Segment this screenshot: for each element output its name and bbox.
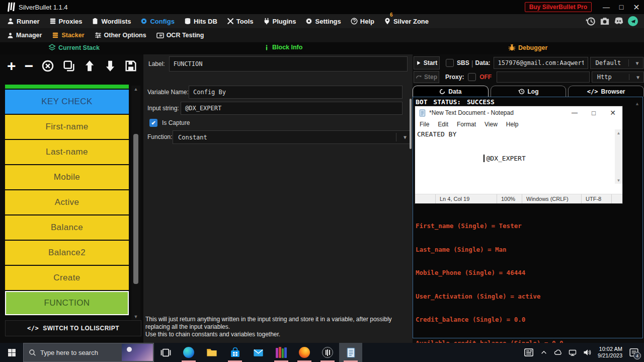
scrollbar-thumb[interactable] [133,134,138,284]
stack-item-first-name[interactable]: First-name [5,115,129,139]
notepad-text-area[interactable]: CREATED BY @DX_EXPERT [415,129,622,184]
input-string-input[interactable] [181,102,403,115]
news-widget-icon[interactable] [524,347,534,357]
volume-icon[interactable] [583,348,591,356]
taskbar-firefox[interactable] [293,343,316,362]
proxy-input[interactable] [497,71,590,83]
resize-grip[interactable] [611,194,622,203]
taskbar-search[interactable]: Type here to search [23,343,154,362]
menu-proxies[interactable]: Proxies [49,18,83,25]
notepad-menu-format[interactable]: Format [457,121,476,128]
onedrive-icon[interactable] [554,348,562,356]
tab-log[interactable]: Log [491,86,567,97]
stack-item-balance2[interactable]: Balance2 [5,241,129,265]
stack-item-balance[interactable]: Balance [5,215,129,240]
menu-tools[interactable]: Tools [227,18,254,25]
menu-silver-zone[interactable]: 6Silver Zone [384,18,429,25]
taskbar-silverbullet[interactable] [316,343,339,362]
stack-item-function-selected[interactable]: FUNCTION [5,291,129,315]
edge-icon [183,347,194,358]
data-input[interactable] [494,57,588,69]
stack-item-active[interactable]: Active [5,190,129,214]
minimize-button[interactable]: — [599,0,614,14]
variable-name-input[interactable] [189,86,403,99]
start-button[interactable] [0,343,23,362]
menu-help[interactable]: Help [351,18,374,25]
maximize-button[interactable]: □ [614,0,629,14]
tab-stacker[interactable]: Stacker [52,32,84,39]
menu-configs[interactable]: Configs [140,18,174,25]
notepad-icon [419,109,426,117]
menu-hits-db[interactable]: Hits DB [184,18,217,25]
configs-toolbar: Manager Stacker Other Options OCR Testin… [0,28,644,42]
scroll-up-icon[interactable]: ▲ [615,129,622,136]
move-up-button[interactable] [84,60,96,72]
add-block-button[interactable]: + [7,58,16,74]
notepad-maximize-button[interactable]: □ [584,106,603,119]
move-down-button[interactable] [104,60,116,72]
notepad-menu-edit[interactable]: Edit [438,121,448,128]
save-stack-button[interactable] [125,60,137,72]
stack-item-mobile[interactable]: Mobile [5,165,129,189]
stack-item-create[interactable]: Create [5,266,129,290]
screenshot-icon[interactable] [600,16,610,26]
proxy-checkbox[interactable] [468,73,476,81]
wordlist-type-select[interactable]: Default ▼ [590,57,643,69]
is-capture-checkbox[interactable]: ✔ [149,119,157,127]
block-editor-scrollbar[interactable] [410,99,412,149]
switch-to-loliscript-button[interactable]: </> SWITCH TO LOLISCRIPT [5,320,141,336]
notepad-menu-file[interactable]: File [420,121,429,128]
tab-data[interactable]: Data [413,86,489,97]
taskbar-mail[interactable] [247,343,270,362]
step-button[interactable]: Step [414,71,439,83]
menu-runner[interactable]: Runner [7,18,40,25]
scroll-up-icon[interactable]: ▲ [635,101,639,106]
telegram-icon[interactable] [628,16,638,26]
task-view-button[interactable] [154,343,177,362]
tab-ocr-testing[interactable]: OCR Testing [156,32,204,39]
stack-item-last-name[interactable]: Last-name [5,140,129,164]
text-caret [484,155,485,162]
tab-other-options[interactable]: Other Options [95,32,146,39]
network-icon[interactable] [569,348,577,356]
function-select[interactable]: Constant ▼ [173,130,411,144]
taskbar-winrar[interactable] [270,343,293,362]
scroll-up-icon[interactable]: ▲ [131,86,140,93]
discord-icon[interactable] [614,16,624,26]
notepad-menu-view[interactable]: View [485,121,498,128]
taskbar-notepad[interactable] [339,343,362,362]
scroll-down-icon[interactable]: ▼ [131,313,140,320]
taskbar-clock[interactable]: 10:02 AM 9/21/2023 [598,346,622,359]
history-icon[interactable] [586,16,596,26]
menu-plugins[interactable]: Plugins [263,18,296,25]
current-stack-header: Current Stack [48,44,100,51]
start-button[interactable]: Start [414,56,440,69]
stack-scrollbar[interactable]: ▲ ▼ [131,86,140,320]
stack-item-partial[interactable] [5,85,129,89]
notepad-scrollbar[interactable]: ▲ ▼ [615,129,622,184]
stack-item-key-check[interactable]: KEY CHECK [5,90,129,114]
search-highlight-image[interactable] [122,344,153,361]
label-input[interactable] [169,56,408,71]
notepad-title-bar[interactable]: *New Text Document - Notepad — □ ✕ [415,106,622,119]
taskbar-explorer[interactable] [200,343,223,362]
proxy-type-select[interactable]: Http ▼ [592,71,644,83]
taskbar-store[interactable] [223,343,247,362]
taskbar-edge[interactable] [177,343,200,362]
notepad-minimize-button[interactable]: — [565,106,584,119]
scroll-down-icon[interactable]: ▼ [615,177,622,184]
menu-settings[interactable]: Settings [305,18,341,25]
sbs-checkbox[interactable] [446,59,454,67]
clear-stack-button[interactable] [42,60,54,72]
action-center-button[interactable]: 4 [629,347,639,357]
tab-browser[interactable]: </>Browser [568,86,644,97]
duplicate-block-button[interactable] [63,60,75,72]
buy-pro-button[interactable]: Buy SilverBullet Pro [525,2,592,12]
notepad-menu-help[interactable]: Help [506,121,519,128]
close-button[interactable]: ✕ [629,0,644,14]
notepad-close-button[interactable]: ✕ [603,106,622,119]
hidden-icons-chevron[interactable] [540,349,547,356]
tab-manager[interactable]: Manager [7,32,42,39]
menu-wordlists[interactable]: Wordlists [92,18,131,25]
remove-block-button[interactable]: − [25,58,34,74]
